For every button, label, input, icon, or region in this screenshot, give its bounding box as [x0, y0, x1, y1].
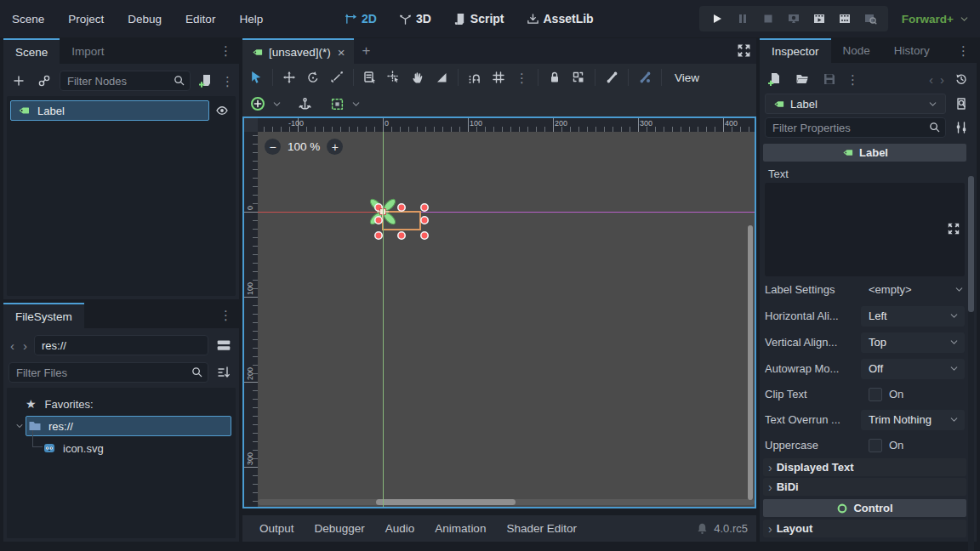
text-property-textarea[interactable] — [765, 183, 965, 276]
attach-script-button[interactable] — [196, 71, 216, 91]
instance-scene-button[interactable] — [34, 71, 54, 91]
container-sizing-button[interactable] — [327, 94, 347, 114]
group-selected-button[interactable] — [568, 67, 589, 88]
vertical-scrollbar-thumb[interactable] — [748, 225, 753, 500]
fs-display-mode-button[interactable] — [214, 335, 234, 355]
bottom-tab-debugger[interactable]: Debugger — [306, 522, 373, 535]
filesystem-tree[interactable]: ★ Favorites: res:// icon.svg — [7, 388, 236, 538]
play-custom-scene-button[interactable] — [835, 9, 855, 29]
menu-project[interactable]: Project — [56, 13, 116, 26]
tab-import[interactable]: Import — [60, 38, 116, 64]
scene-dock-menu-icon[interactable]: ⋮ — [219, 44, 232, 57]
pan-tool-button[interactable] — [407, 67, 428, 88]
play-scene-button[interactable] — [809, 9, 829, 29]
vertical-alignment-dropdown[interactable]: Top — [861, 332, 965, 353]
bottom-tab-animation[interactable]: Animation — [426, 522, 494, 535]
list-select-button[interactable] — [360, 67, 380, 88]
remote-debug-button[interactable] — [783, 9, 804, 29]
label-settings-value[interactable]: <empty> — [861, 283, 965, 296]
visibility-eye-icon[interactable] — [212, 100, 232, 121]
ruler-tool-button[interactable] — [431, 67, 452, 88]
tab-scene[interactable]: Scene — [3, 38, 60, 64]
smart-snap-button[interactable] — [464, 67, 485, 88]
play-button[interactable] — [707, 9, 727, 29]
lock-selected-button[interactable] — [544, 67, 565, 88]
horizontal-scrollbar[interactable] — [258, 499, 755, 505]
stop-button[interactable] — [758, 9, 778, 29]
scene-tab-unsaved[interactable]: [unsaved](*) × — [242, 38, 354, 64]
chevron-down-icon[interactable] — [350, 99, 362, 110]
zoom-out-button[interactable]: − — [265, 139, 281, 155]
fs-path-input[interactable] — [34, 335, 208, 355]
group-displayed-text[interactable]: › Displayed Text — [763, 458, 966, 476]
mode-3d-button[interactable]: 3D — [399, 12, 431, 26]
mode-script-button[interactable]: Script — [453, 12, 504, 26]
movie-maker-button[interactable] — [860, 9, 880, 29]
fs-row-icon-svg[interactable]: icon.svg — [7, 437, 236, 459]
tab-node[interactable]: Node — [831, 38, 882, 63]
filter-properties-input[interactable] — [765, 117, 946, 138]
open-docs-button[interactable] — [951, 94, 971, 114]
history-back-icon[interactable]: ‹ — [929, 72, 933, 87]
zoom-in-button[interactable]: + — [327, 139, 343, 155]
clip-text-checkbox[interactable] — [869, 388, 882, 401]
select-tool-button[interactable] — [246, 67, 266, 88]
skeleton-options-button[interactable] — [635, 67, 655, 88]
tree-expand-icon[interactable] — [14, 421, 25, 431]
filter-files-input[interactable] — [9, 362, 208, 383]
horizontal-alignment-dropdown[interactable]: Left — [861, 306, 965, 327]
group-layout[interactable]: › Layout — [763, 520, 966, 537]
chevron-down-icon[interactable] — [271, 99, 282, 110]
tab-history[interactable]: History — [882, 38, 942, 63]
anchor-preset-button[interactable] — [248, 94, 268, 114]
new-resource-button[interactable] — [765, 69, 785, 89]
snap-options-menu-icon[interactable]: ⋮ — [512, 71, 532, 84]
rotate-tool-button[interactable] — [303, 67, 323, 88]
bottom-tab-shader-editor[interactable]: Shader Editor — [498, 522, 585, 535]
grid-snap-button[interactable] — [488, 67, 509, 88]
scene-tree-menu-icon[interactable]: ⋮ — [221, 75, 234, 88]
menu-scene[interactable]: Scene — [0, 13, 56, 26]
autowrap-mode-dropdown[interactable]: Off — [861, 359, 965, 379]
pause-button[interactable] — [732, 9, 753, 29]
horizontal-scrollbar-thumb[interactable] — [376, 499, 516, 505]
inspector-dock-menu-icon[interactable]: ⋮ — [957, 44, 970, 57]
save-resource-button[interactable] — [819, 69, 840, 89]
resource-options-menu-icon[interactable]: ⋮ — [846, 73, 859, 86]
scene-tree[interactable]: Label — [7, 96, 236, 296]
object-history-button[interactable] — [951, 69, 971, 89]
anchor-mode-button[interactable] — [294, 94, 315, 114]
expand-textarea-icon[interactable] — [947, 222, 960, 238]
filter-nodes-input[interactable] — [60, 71, 191, 91]
fs-back-icon[interactable]: ‹ — [9, 338, 16, 353]
scale-tool-button[interactable] — [327, 67, 347, 88]
notification-bell-icon[interactable] — [696, 522, 709, 535]
uppercase-checkbox[interactable] — [869, 439, 882, 452]
new-scene-tab-button[interactable]: + — [354, 38, 379, 64]
bone-tool-button[interactable] — [601, 67, 622, 88]
load-resource-button[interactable] — [792, 69, 812, 89]
close-icon[interactable]: × — [338, 45, 345, 60]
filesystem-dock-menu-icon[interactable]: ⋮ — [219, 309, 232, 321]
mode-2d-button[interactable]: 2D — [345, 12, 377, 26]
favorites-row[interactable]: ★ Favorites: — [7, 393, 236, 415]
fs-forward-icon[interactable]: › — [21, 338, 29, 353]
renderer-selector[interactable]: Forward+ — [902, 0, 970, 37]
node-selector-dropdown[interactable]: Label — [765, 94, 946, 114]
history-forward-icon[interactable]: › — [940, 72, 944, 87]
group-bidi[interactable]: › BiDi — [763, 478, 966, 496]
mode-assetlib-button[interactable]: AssetLib — [527, 12, 594, 26]
add-node-button[interactable] — [9, 71, 29, 91]
zoom-level-label[interactable]: 100 % — [288, 140, 320, 153]
canvas-workspace[interactable]: − 100 % + — [258, 132, 755, 507]
fs-sort-button[interactable] — [214, 362, 234, 383]
menu-editor[interactable]: Editor — [174, 13, 227, 26]
move-tool-button[interactable] — [279, 67, 299, 88]
tab-inspector[interactable]: Inspector — [760, 38, 831, 63]
text-overrun-dropdown[interactable]: Trim Nothing — [861, 410, 965, 430]
distraction-free-icon[interactable] — [737, 43, 751, 60]
property-tools-button[interactable] — [951, 117, 971, 138]
pixel-snap-button[interactable] — [384, 67, 404, 88]
bottom-tab-audio[interactable]: Audio — [377, 522, 424, 535]
bottom-tab-output[interactable]: Output — [251, 522, 303, 535]
